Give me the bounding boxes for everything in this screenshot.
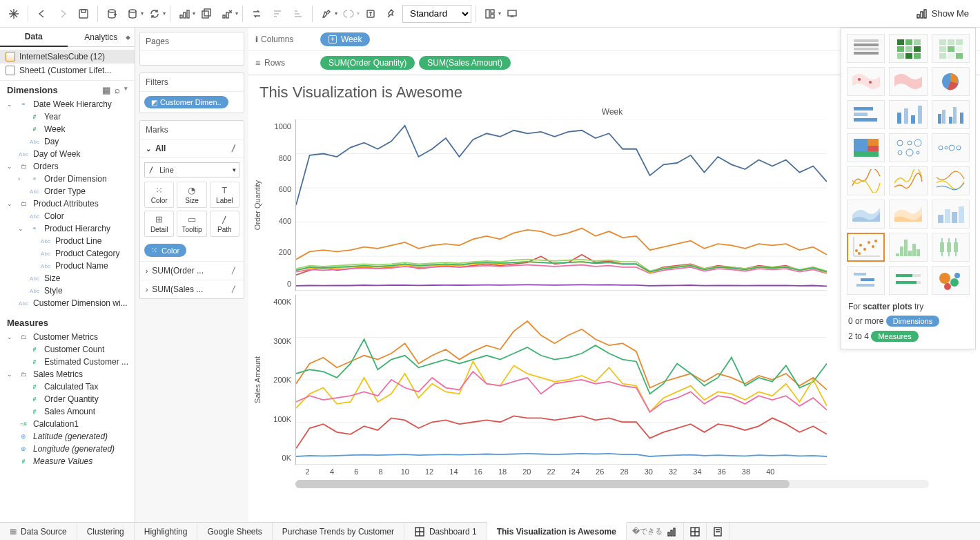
new-worksheet-combo[interactable]: ▾ (175, 4, 195, 23)
marks-size-button[interactable]: ◔Size (177, 182, 206, 208)
marks-tooltip-button[interactable]: ▭Tooltip (177, 211, 206, 237)
filter-pill[interactable]: ◩ Customer Dimen.. (144, 96, 228, 108)
sheet-tab-purchase-trends-by-customer[interactable]: Purchase Trends by Customer (273, 523, 404, 540)
sheet-tab-google-sheets[interactable]: Google Sheets (197, 523, 272, 540)
showme-filled-map[interactable] (889, 67, 927, 96)
undo-button[interactable] (32, 4, 52, 23)
highlight-combo[interactable]: ▾ (317, 4, 337, 23)
field-customer-metrics[interactable]: ⌄🗀Customer Metrics (0, 331, 135, 343)
field-sales-amount[interactable]: #Sales Amount (0, 405, 135, 418)
field-year[interactable]: #Year (0, 110, 135, 123)
field-product-hierarchy[interactable]: ⌄⚭Product Hierarchy (0, 222, 135, 235)
menu-caret-icon[interactable]: ▾ (124, 85, 128, 95)
field-measure-values[interactable]: #Measure Values (0, 455, 135, 467)
sheet-tab-dashboard-1[interactable]: Dashboard 1 (404, 523, 487, 540)
marks-path-button[interactable]: 〳Path (210, 211, 239, 237)
field-estimated-customer-[interactable]: #Estimated Customer ... (0, 356, 135, 368)
sort-desc-button[interactable] (288, 4, 308, 23)
series-road[interactable] (296, 339, 827, 394)
showme-hbar[interactable] (847, 100, 885, 129)
pause-updates-combo[interactable]: ▾ (123, 4, 144, 23)
showme-bubble[interactable] (932, 266, 970, 295)
showme-table[interactable] (847, 34, 885, 63)
showme-symbol-map[interactable] (847, 67, 885, 96)
marks-detail-button[interactable]: ⊞Detail (144, 211, 174, 237)
swap-button[interactable] (247, 4, 266, 23)
presentation-mode-button[interactable] (502, 4, 522, 23)
field-order-quantity[interactable]: #Order Quantity (0, 393, 135, 405)
new-worksheet-tab-button[interactable]: �できる (627, 523, 684, 540)
marks-sub-sales[interactable]: ›SUM(Sales ...〳 (140, 280, 244, 298)
field-customer-dimension-wi-[interactable]: AbcCustomer Dimension wi... (0, 297, 135, 309)
pages-shelf[interactable] (140, 51, 244, 65)
field-calculation1[interactable]: =#Calculation1 (0, 418, 135, 430)
showme-area[interactable] (847, 200, 885, 229)
showme-discrete-area[interactable] (932, 200, 970, 229)
field-product-attributes[interactable]: ⌄🗀Product Attributes (0, 197, 135, 210)
field-orders[interactable]: ⌄🗀Orders (0, 160, 135, 173)
show-cards-combo[interactable]: ▾ (480, 4, 501, 23)
field-customer-count[interactable]: #Customer Count (0, 343, 135, 356)
new-dashboard-tab-button[interactable] (684, 523, 707, 540)
showme-gantt[interactable] (847, 266, 885, 295)
showme-heatmap[interactable] (889, 34, 927, 63)
series-touring[interactable] (296, 361, 827, 412)
series-all[interactable] (296, 126, 827, 205)
series-components[interactable] (296, 372, 827, 412)
marks-color-button[interactable]: ⁙Color (144, 182, 174, 208)
showme-pie[interactable] (932, 67, 970, 96)
showme-circle[interactable] (889, 133, 927, 162)
rows-pill-order-quantity[interactable]: SUM(Order Quantity) (320, 56, 415, 70)
showme-vbar[interactable] (889, 100, 927, 129)
group-combo[interactable]: ▾ (339, 4, 360, 23)
showme-line[interactable] (847, 166, 885, 195)
field-longitude-generated-[interactable]: ⊕Longitude (generated) (0, 443, 135, 455)
clear-sheet-combo[interactable]: ▾ (217, 4, 238, 23)
filters-shelf[interactable]: ◩ Customer Dimen.. (140, 92, 244, 113)
redo-button[interactable] (53, 4, 72, 23)
showme-box[interactable] (932, 233, 970, 262)
sort-asc-button[interactable] (268, 4, 287, 23)
showme-dual-area[interactable] (889, 200, 927, 229)
field-day-of-week[interactable]: AbcDay of Week (0, 148, 135, 160)
plot-area[interactable] (295, 119, 827, 291)
data-source-tab[interactable]: ▦Data Source (0, 523, 77, 540)
rows-pill-sales-amount[interactable]: SUM(Sales Amount) (419, 56, 511, 70)
field-color[interactable]: AbcColor (0, 210, 135, 222)
refresh-combo[interactable]: ▾ (145, 4, 166, 23)
field-calculated-tax[interactable]: #Calculated Tax (0, 380, 135, 393)
series-other[interactable] (296, 454, 827, 456)
field-date-week-hierarchy[interactable]: ⌄⚭Date Week Hierarchy (0, 98, 135, 110)
field-order-dimension[interactable]: ›⚭Order Dimension (0, 173, 135, 185)
showme-histogram[interactable] (889, 233, 927, 262)
field-day[interactable]: AbcDay (0, 135, 135, 148)
mark-type-dropdown[interactable]: 〳 Line ▾ (144, 162, 239, 177)
series-other[interactable] (296, 285, 827, 286)
tableau-logo-icon[interactable] (4, 4, 23, 23)
datasource-item[interactable]: InternetSalesCube (12) (0, 50, 135, 64)
field-week[interactable]: #Week (0, 123, 135, 135)
showme-bullet[interactable] (889, 266, 927, 295)
analytics-tab[interactable]: Analytics◆ (68, 28, 135, 47)
search-icon[interactable]: ⌕ (115, 85, 120, 95)
field-latitude-generated-[interactable]: ⊕Latitude (generated) (0, 430, 135, 443)
save-button[interactable] (74, 4, 93, 23)
horizontal-scrollbar[interactable] (295, 480, 929, 488)
columns-pill-week[interactable]: +Week (320, 32, 370, 46)
showme-multi-line[interactable] (932, 166, 970, 195)
field-product-name[interactable]: AbcProduct Name (0, 260, 135, 272)
marks-sub-order[interactable]: ›SUM(Order ...〳 (140, 261, 244, 280)
field-size[interactable]: AbcSize (0, 272, 135, 285)
showme-side-bar[interactable] (932, 100, 970, 129)
showme-side-circle[interactable] (932, 133, 970, 162)
new-story-tab-button[interactable] (707, 523, 729, 540)
data-tab[interactable]: Data (0, 28, 68, 47)
field-sales-metrics[interactable]: ⌄🗀Sales Metrics (0, 368, 135, 380)
showme-dual-line[interactable] (889, 166, 927, 195)
showme-treemap[interactable] (847, 133, 885, 162)
show-me-toggle[interactable]: Show Me (910, 4, 976, 23)
series-bikes[interactable] (296, 416, 827, 448)
view-as-icon[interactable]: ▦ (102, 85, 110, 95)
field-product-line[interactable]: AbcProduct Line (0, 235, 135, 247)
sheet-tab-highlighting[interactable]: Highlighting (135, 523, 198, 540)
